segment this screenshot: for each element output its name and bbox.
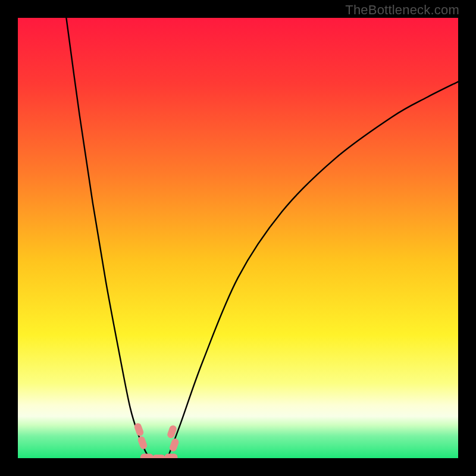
marker-bottom-left: [140, 454, 154, 458]
chart-frame: { "watermark": "TheBottleneck.com", "col…: [0, 0, 476, 476]
marker-bottom-right: [165, 454, 178, 458]
watermark-text: TheBottleneck.com: [345, 2, 459, 18]
marker-bottom-mid: [152, 455, 165, 458]
data-markers: [133, 422, 180, 458]
left-curve: [66, 18, 150, 458]
curves-layer: [18, 18, 458, 458]
marker-left-pair-lower: [137, 436, 148, 450]
plot-area: [18, 18, 458, 458]
right-curve: [168, 82, 458, 458]
